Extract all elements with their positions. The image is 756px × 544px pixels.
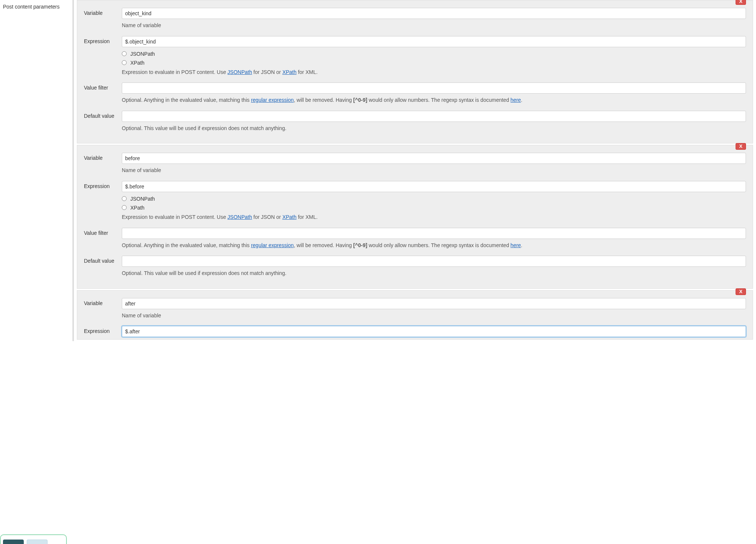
expression-help: Expression to evaluate in POST content. … [122,214,746,221]
default-value-label: Default value [84,256,122,277]
jsonpath-link[interactable]: JSONPath [228,69,252,75]
close-button[interactable]: X [736,0,746,5]
variable-help: Name of variable [122,167,746,174]
variable-input[interactable] [122,153,746,164]
value-filter-label: Value filter [84,228,122,249]
value-filter-input[interactable] [122,82,746,94]
expression-label: Expression [84,36,122,76]
close-button[interactable]: X [736,143,746,150]
section-label-panel: Post content parameters [0,0,72,341]
here-link[interactable]: here [511,97,521,103]
variable-label: Variable [84,153,122,174]
default-value-label: Default value [84,111,122,132]
xpath-radio[interactable] [122,60,127,65]
parameter-block: X Variable Name of variable Expression J… [77,145,753,288]
value-filter-help: Optional. Anything in the evaluated valu… [122,97,746,104]
regex-example: [^0-9] [353,97,367,103]
jsonpath-radio-label: JSONPath [130,51,155,57]
expression-label: Expression [84,181,122,221]
regex-example: [^0-9] [353,242,367,248]
expression-help: Expression to evaluate in POST content. … [122,69,746,76]
variable-label: Variable [84,8,122,29]
expression-input[interactable] [122,326,746,337]
xpath-radio-label: XPath [130,60,144,66]
xpath-link[interactable]: XPath [282,214,296,220]
parameter-block: X Variable Name of variable Expression J… [77,0,753,143]
variable-input[interactable] [122,298,746,309]
expression-label: Expression [84,326,122,337]
variable-help: Name of variable [122,22,746,29]
default-value-help: Optional. This value will be used if exp… [122,270,746,277]
value-filter-label: Value filter [84,82,122,104]
jsonpath-radio[interactable] [122,51,127,56]
xpath-link[interactable]: XPath [282,69,296,75]
jsonpath-link[interactable]: JSONPath [228,214,252,220]
jsonpath-radio[interactable] [122,196,127,201]
expression-input[interactable] [122,181,746,192]
expression-input[interactable] [122,36,746,47]
value-filter-help: Optional. Anything in the evaluated valu… [122,242,746,249]
parameters-panel: X Variable Name of variable Expression J… [72,0,756,341]
xpath-radio[interactable] [122,205,127,210]
default-value-input[interactable] [122,111,746,122]
regex-link[interactable]: regular expression [251,97,294,103]
xpath-radio-label: XPath [130,205,144,211]
here-link[interactable]: here [511,242,521,248]
regex-link[interactable]: regular expression [251,242,294,248]
parameter-block: X Variable Name of variable Expression [77,290,753,340]
section-title: Post content parameters [3,4,69,10]
jsonpath-radio-label: JSONPath [130,196,155,202]
default-value-input[interactable] [122,256,746,267]
value-filter-input[interactable] [122,228,746,239]
default-value-help: Optional. This value will be used if exp… [122,125,746,132]
variable-help: Name of variable [122,312,746,320]
variable-label: Variable [84,298,122,320]
close-button[interactable]: X [736,288,746,295]
variable-input[interactable] [122,8,746,19]
